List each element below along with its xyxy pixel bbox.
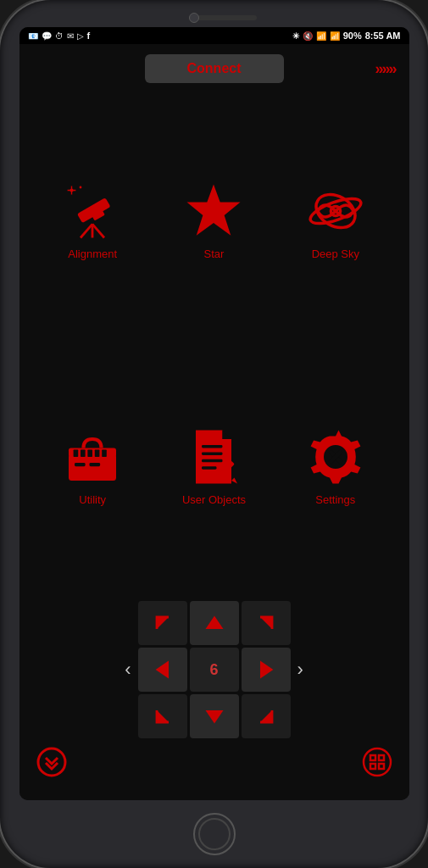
star-label: Star	[204, 248, 225, 260]
svg-marker-34	[260, 661, 273, 679]
settings-label: Settings	[315, 493, 355, 506]
utility-icon	[63, 427, 122, 487]
status-left: 📧 💬 ⏱ ✉ ▷ f	[28, 31, 91, 41]
speed-value: 6	[209, 661, 218, 679]
svg-rect-39	[379, 755, 384, 760]
settings-icon	[306, 427, 365, 487]
utility-label: Utility	[79, 493, 106, 506]
signal-icon: 📶	[330, 31, 340, 41]
email-icon: 📧	[28, 31, 38, 41]
clock-icon: ⏱	[55, 31, 64, 41]
alignment-label: Alignment	[68, 248, 117, 260]
mute-icon: 🔇	[303, 31, 313, 41]
dpad-right-button[interactable]	[242, 648, 291, 692]
svg-rect-24	[202, 459, 223, 463]
user-objects-icon	[184, 427, 243, 487]
dpad-bottom-left-corner[interactable]	[138, 694, 187, 738]
svg-rect-21	[90, 463, 101, 466]
camera	[189, 13, 199, 23]
svg-rect-15	[74, 450, 79, 457]
corner-tr-icon	[254, 611, 278, 635]
time-display: 8:55 AM	[365, 31, 401, 41]
phone-frame: 📧 💬 ⏱ ✉ ▷ f ✳ 🔇 📶 📶 90% 8:55 AM Connect …	[0, 0, 428, 868]
bottom-row	[19, 738, 409, 787]
svg-rect-13	[69, 454, 116, 481]
corner-tl-icon	[151, 611, 175, 635]
svg-marker-9	[187, 184, 241, 235]
svg-point-37	[364, 748, 391, 776]
next-arrow[interactable]: ›	[291, 659, 310, 681]
dpad-center-speed[interactable]: 6	[190, 648, 239, 692]
dpad-down-button[interactable]	[190, 694, 239, 738]
dpad-left-button[interactable]	[138, 648, 187, 692]
star-item[interactable]: Star	[158, 102, 270, 340]
svg-rect-16	[81, 450, 86, 457]
mail-icon: ✉	[67, 31, 74, 41]
dpad: 6	[138, 601, 291, 738]
speaker	[189, 15, 257, 20]
facebook-icon: f	[87, 31, 91, 41]
svg-rect-23	[202, 453, 223, 456]
prev-arrow[interactable]: ‹	[118, 659, 137, 681]
home-button-inner	[198, 818, 231, 850]
status-right: ✳ 🔇 📶 📶 90% 8:55 AM	[292, 31, 401, 41]
alignment-icon	[63, 181, 122, 241]
dpad-up-button[interactable]	[190, 601, 239, 645]
deep-sky-label: Deep Sky	[312, 248, 359, 260]
right-arrow-icon	[254, 658, 278, 682]
alignment-item[interactable]: Alignment	[36, 102, 149, 340]
header: Connect »»»	[19, 44, 409, 93]
svg-marker-33	[155, 661, 168, 679]
screen: 📧 💬 ⏱ ✉ ▷ f ✳ 🔇 📶 📶 90% 8:55 AM Connect …	[19, 27, 409, 800]
svg-line-6	[81, 224, 92, 237]
grid-view-icon	[362, 747, 392, 777]
dpad-top-left-corner[interactable]	[138, 601, 187, 645]
deep-sky-item[interactable]: Deep Sky	[279, 102, 392, 340]
svg-rect-18	[95, 450, 100, 457]
left-arrow-icon	[151, 658, 175, 682]
home-button[interactable]	[193, 813, 236, 855]
svg-rect-17	[88, 450, 93, 457]
main-grid: Alignment Star	[19, 93, 409, 594]
utility-item[interactable]: Utility	[36, 348, 149, 587]
svg-marker-27	[231, 478, 237, 484]
play-icon: ▷	[77, 31, 84, 41]
svg-marker-32	[205, 616, 223, 629]
star-icon	[184, 181, 243, 241]
whatsapp-icon: 💬	[42, 31, 52, 41]
wifi-icon: 📶	[316, 31, 326, 41]
svg-rect-41	[379, 764, 384, 769]
user-objects-label: User Objects	[182, 493, 246, 506]
svg-rect-38	[370, 755, 375, 760]
deep-sky-icon	[306, 181, 365, 241]
battery-text: 90%	[343, 31, 362, 41]
double-chevron-down-icon	[36, 747, 67, 777]
svg-line-7	[92, 224, 104, 237]
chevron-down-double-button[interactable]	[36, 747, 67, 783]
down-arrow-icon	[203, 704, 226, 728]
corner-bl-icon	[151, 704, 175, 728]
status-bar: 📧 💬 ⏱ ✉ ▷ f ✳ 🔇 📶 📶 90% 8:55 AM	[19, 27, 409, 44]
top-notch	[0, 0, 428, 27]
user-objects-item[interactable]: User Objects	[158, 348, 270, 587]
svg-rect-40	[370, 764, 375, 769]
svg-point-3	[80, 186, 82, 188]
settings-item[interactable]: Settings	[279, 348, 392, 587]
up-arrow-icon	[203, 611, 226, 635]
dpad-bottom-right-corner[interactable]	[242, 694, 291, 738]
connect-button[interactable]: Connect	[145, 54, 284, 83]
bluetooth-icon: ✳	[292, 31, 299, 41]
svg-rect-20	[75, 463, 86, 466]
forward-arrows-icon[interactable]: »»»	[375, 60, 395, 78]
svg-rect-22	[202, 445, 223, 448]
svg-rect-19	[102, 450, 107, 457]
corner-br-icon	[254, 704, 278, 728]
svg-marker-35	[205, 710, 223, 723]
grid-view-button[interactable]	[362, 747, 392, 783]
dpad-top-right-corner[interactable]	[242, 601, 291, 645]
control-row: ‹	[118, 601, 310, 738]
control-area: ‹	[19, 594, 409, 800]
svg-rect-25	[202, 466, 217, 470]
